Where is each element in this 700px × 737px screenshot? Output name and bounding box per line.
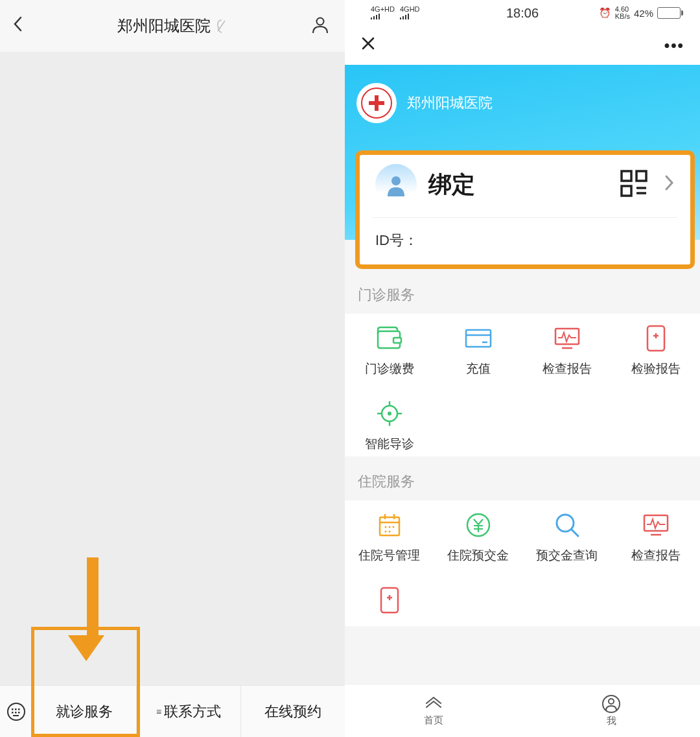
- svg-line-0: [218, 21, 225, 31]
- status-right: ⏰ 4.60KB/s 42%: [599, 6, 681, 20]
- svg-rect-29: [555, 329, 579, 344]
- menu-contact[interactable]: ≡ 联系方式: [137, 686, 241, 737]
- id-label: ID号：: [360, 218, 690, 264]
- keyboard-icon[interactable]: [0, 686, 32, 737]
- chevron-right-icon: [664, 174, 675, 196]
- battery-pct: 42%: [634, 8, 653, 19]
- item-label: 检查报告: [631, 547, 681, 564]
- item-label: 充值: [466, 360, 491, 377]
- hero-banner: 郑州阳城医院 绑定 ID号：: [345, 65, 700, 240]
- svg-rect-16: [405, 15, 406, 19]
- item-label: 检验报告: [631, 360, 681, 377]
- item-exam-report-2[interactable]: 检查报告: [611, 512, 700, 564]
- item-label: 智能导诊: [365, 436, 414, 452]
- svg-rect-13: [379, 14, 380, 19]
- right-screen: 4G+HD 4GHD 18:06 ⏰ 4.60KB/s 42% •••: [345, 0, 700, 737]
- item-lab-report[interactable]: 检验报告: [611, 325, 700, 377]
- left-screen: 郑州阳城医院 就诊服务 ≡ 联系方式 在线预约: [0, 0, 345, 737]
- nav-me[interactable]: 我: [522, 684, 700, 737]
- inpatient-grid: 住院号管理 住院预交金 预交金查询 检查报告: [345, 500, 700, 626]
- yen-circle-icon: [464, 512, 493, 538]
- svg-rect-9: [13, 715, 19, 716]
- bottom-menu: 就诊服务 ≡ 联系方式 在线预约: [0, 685, 345, 737]
- miniapp-header: •••: [345, 26, 700, 65]
- svg-rect-21: [622, 186, 631, 196]
- nav-home[interactable]: 首页: [345, 684, 522, 737]
- item-inpatient-deposit[interactable]: 住院预交金: [434, 512, 522, 564]
- item-label: 住院号管理: [358, 547, 420, 564]
- svg-point-18: [391, 176, 401, 185]
- svg-rect-11: [373, 16, 375, 19]
- svg-rect-26: [466, 330, 491, 347]
- signal-1: 4G+HD: [371, 6, 395, 21]
- target-icon: [375, 401, 404, 427]
- menu-label: 联系方式: [164, 702, 221, 721]
- item-label: 住院预交金: [447, 547, 509, 564]
- signal-2: 4GHD: [400, 6, 420, 21]
- menu-label: 就诊服务: [56, 702, 113, 721]
- wallet-icon: [375, 325, 404, 351]
- search-icon: [553, 512, 581, 538]
- profile-icon[interactable]: [311, 16, 329, 36]
- item-inpatient-number[interactable]: 住院号管理: [345, 512, 434, 564]
- svg-rect-14: [400, 18, 401, 19]
- svg-rect-7: [15, 712, 17, 714]
- svg-rect-5: [18, 708, 20, 710]
- svg-rect-8: [18, 712, 20, 714]
- section-inpatient-title: 住院服务: [345, 456, 700, 500]
- hospital-row: 郑州阳城医院: [356, 83, 688, 123]
- svg-rect-4: [15, 708, 17, 710]
- item-extra[interactable]: [345, 587, 434, 622]
- svg-point-44: [384, 526, 386, 528]
- svg-rect-6: [12, 712, 14, 714]
- svg-rect-15: [402, 16, 404, 19]
- battery-icon: [657, 7, 681, 19]
- item-recharge[interactable]: 充值: [434, 325, 522, 377]
- mute-icon: [216, 19, 228, 33]
- back-icon[interactable]: [12, 15, 25, 38]
- submenu-icon: ≡: [156, 707, 161, 717]
- svg-rect-12: [376, 15, 377, 19]
- menu-online-booking[interactable]: 在线预约: [241, 686, 345, 737]
- alarm-icon: ⏰: [599, 7, 611, 19]
- card-icon: [464, 325, 493, 351]
- calendar-icon: [375, 512, 404, 538]
- user-icon: [601, 694, 621, 714]
- menu-medical-service[interactable]: 就诊服务: [32, 686, 137, 737]
- svg-rect-17: [408, 14, 409, 19]
- net-speed: 4.60KB/s: [615, 6, 630, 20]
- monitor-icon: [553, 325, 581, 351]
- more-icon[interactable]: •••: [664, 36, 684, 54]
- item-label: 预交金查询: [536, 547, 598, 564]
- svg-point-58: [609, 699, 614, 704]
- card-top-row: 绑定: [360, 155, 690, 217]
- hospital-name: 郑州阳城医院: [407, 93, 493, 113]
- phone-plus-icon: [375, 587, 404, 613]
- nav-label: 首页: [424, 714, 443, 727]
- qrcode-icon[interactable]: [620, 170, 648, 200]
- item-smart-guide[interactable]: 智能导诊: [345, 401, 434, 452]
- outpatient-grid: 门诊缴费 充值 检查报告 检验报告 智能导诊: [345, 314, 700, 456]
- item-exam-report[interactable]: 检查报告: [522, 325, 611, 377]
- bind-label: 绑定: [428, 169, 609, 201]
- svg-point-48: [388, 531, 390, 533]
- bottom-nav: 首页 我: [345, 684, 700, 737]
- bind-card[interactable]: 绑定 ID号：: [355, 150, 695, 269]
- svg-rect-19: [622, 171, 631, 181]
- svg-point-35: [388, 412, 391, 415]
- home-icon: [424, 695, 443, 713]
- menu-label: 在线预约: [264, 702, 321, 721]
- svg-rect-52: [644, 515, 668, 531]
- svg-rect-25: [393, 338, 401, 343]
- close-icon[interactable]: [360, 35, 376, 56]
- phone-plus-icon: [642, 325, 670, 351]
- svg-point-45: [388, 526, 390, 528]
- page-title-text: 郑州阳城医院: [117, 16, 211, 36]
- item-outpatient-payment[interactable]: 门诊缴费: [345, 325, 434, 377]
- status-time: 18:06: [506, 6, 539, 19]
- status-left: 4G+HD 4GHD 18:06: [371, 6, 420, 21]
- item-deposit-query[interactable]: 预交金查询: [522, 512, 611, 564]
- status-bar: 4G+HD 4GHD 18:06 ⏰ 4.60KB/s 42%: [345, 0, 700, 26]
- nav-label: 我: [607, 715, 616, 727]
- item-label: 检查报告: [542, 360, 592, 377]
